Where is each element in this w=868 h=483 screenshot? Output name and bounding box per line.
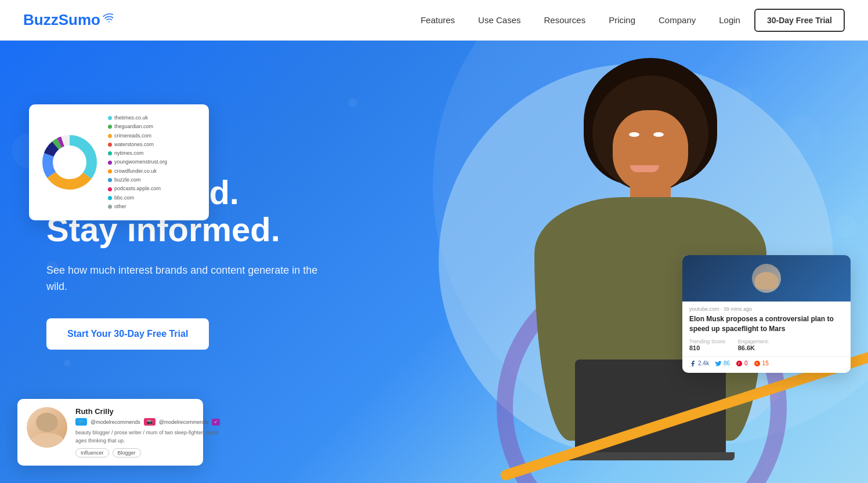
influencer-tags: Influencer Blogger (75, 448, 220, 457)
navbar: BuzzSumo Features Use Cases Resources Pr… (0, 0, 868, 41)
social-facebook: 2.4k (689, 360, 709, 367)
legend-item-0: thetimes.co.uk (108, 114, 167, 122)
card-trending-meta: Trending Score: 810 Engagement: 86.6K (682, 339, 851, 356)
tag-influencer: Influencer (75, 448, 109, 457)
card-influencer: Ruth Crilly 🐦 @modelrecommends 📷 @modelr… (17, 399, 203, 466)
legend-label-8: podcasts.apple.com (114, 184, 161, 193)
bg-dot-10 (348, 99, 357, 107)
legend-item-7: buzzle.com (108, 176, 167, 184)
card-trending-image (682, 255, 851, 302)
social-pinterest: P 0 (736, 360, 748, 367)
logo[interactable]: BuzzSumo (23, 11, 113, 29)
twitter-icon (715, 360, 722, 367)
card-donut: thetimes.co.uk theguardian.com crimeread… (29, 104, 209, 220)
legend-dot-8 (108, 187, 112, 191)
nav-item-features[interactable]: Features (421, 15, 455, 26)
facebook-count: 2.4k (698, 360, 709, 366)
nav-item-use-cases[interactable]: Use Cases (478, 15, 520, 26)
login-link[interactable]: Login (719, 15, 740, 25)
hero-cta-button[interactable]: Start Your 30-Day Free Trial (46, 318, 209, 350)
legend-dot-4 (108, 151, 112, 155)
instagram-handle-text: @modelrecommends (159, 419, 209, 425)
tag-blogger: Blogger (113, 448, 141, 457)
bg-dot-7 (833, 215, 856, 238)
trending-score-label: Trending Score: (689, 339, 726, 344)
legend-dot-9 (108, 196, 112, 200)
nav-item-pricing[interactable]: Pricing (609, 15, 635, 26)
legend-dot-7 (108, 178, 112, 182)
card-trending-title: Elon Musk proposes a controversial plan … (682, 313, 851, 339)
influencer-handles: 🐦 @modelrecommends 📷 @modelrecommends ✓ (75, 418, 220, 426)
legend-label-6: crowdfunder.co.uk (114, 167, 157, 176)
instagram-handle-badge: 📷 (144, 418, 155, 426)
influencer-bio: beauty blogger / prose writer / mum of t… (75, 429, 220, 445)
card-trending-social: 2.4k 86 P 0 R 15 (682, 356, 851, 373)
pinterest-count: 0 (744, 360, 748, 366)
legend-label-2: crimereads.com (114, 132, 151, 140)
legend-label-9: bbc.com (114, 194, 134, 202)
legend-dot-2 (108, 134, 112, 138)
svg-text:R: R (755, 362, 758, 365)
verified-badge: ✓ (212, 419, 220, 426)
legend-dot-0 (108, 116, 112, 120)
card-trending: youtube.com · 39 mins ago Elon Musk prop… (682, 255, 851, 373)
trending-score-value: 810 (689, 344, 726, 351)
engagement-value: 86.6K (738, 344, 769, 351)
legend-label-5: youngwomenstrust.org (114, 158, 167, 166)
influencer-avatar (27, 407, 67, 448)
legend-item-4: nytimes.com (108, 149, 167, 158)
legend-dot-10 (108, 205, 112, 209)
bg-dot-3 (64, 359, 71, 366)
legend-dot-1 (108, 125, 112, 129)
legend-item-10: other (108, 202, 167, 211)
legend-dot-5 (108, 161, 112, 165)
free-trial-button[interactable]: 30-Day Free Trial (754, 9, 845, 32)
legend-item-6: crowdfunder.co.uk (108, 167, 167, 176)
hero-subtext: See how much interest brands and content… (46, 262, 325, 296)
pinterest-icon: P (736, 360, 743, 367)
legend-item-2: crimereads.com (108, 132, 167, 140)
legend-item-5: youngwomenstrust.org (108, 158, 167, 166)
svg-point-7 (53, 146, 86, 179)
svg-text:P: P (738, 362, 740, 365)
engagement-block: Engagement: 86.6K (738, 339, 769, 351)
card-trending-source: youtube.com · 39 mins ago (682, 302, 851, 313)
logo-text: BuzzSumo (23, 11, 100, 29)
social-reddit: R 15 (754, 360, 769, 367)
nav-item-resources[interactable]: Resources (544, 15, 585, 26)
facebook-icon (689, 360, 696, 367)
donut-legend: thetimes.co.uk theguardian.com crimeread… (108, 114, 167, 211)
legend-item-3: waterstones.com (108, 140, 167, 149)
nav-actions: Login 30-Day Free Trial (719, 9, 845, 32)
legend-item-1: theguardian.com (108, 122, 167, 131)
nav-links: Features Use Cases Resources Pricing Com… (421, 15, 696, 26)
trending-score-block: Trending Score: 810 (689, 339, 726, 351)
legend-dot-6 (108, 169, 112, 173)
legend-label-10: other (114, 202, 126, 211)
legend-label-7: buzzle.com (114, 176, 141, 184)
influencer-info: Ruth Crilly 🐦 @modelrecommends 📷 @modelr… (75, 407, 220, 457)
reddit-icon: R (754, 360, 761, 367)
nav-item-company[interactable]: Company (659, 15, 696, 26)
reddit-count: 15 (762, 360, 769, 366)
twitter-handle-text: @modelrecommends (91, 419, 140, 425)
twitter-handle-badge: 🐦 (75, 418, 87, 426)
legend-item-9: bbc.com (108, 194, 167, 202)
donut-chart-svg (41, 133, 99, 191)
legend-item-8: podcasts.apple.com (108, 184, 167, 193)
social-twitter: 86 (715, 360, 730, 367)
legend-label-0: thetimes.co.uk (114, 114, 148, 122)
legend-label-1: theguardian.com (114, 122, 153, 131)
twitter-count: 86 (724, 360, 730, 366)
logo-wifi-icon (103, 13, 113, 23)
influencer-name: Ruth Crilly (75, 407, 220, 416)
legend-label-3: waterstones.com (114, 140, 154, 149)
hero-section: Be inspired. Stay informed. See how much… (0, 41, 868, 483)
engagement-label: Engagement: (738, 339, 769, 344)
legend-label-4: nytimes.com (114, 149, 144, 158)
legend-dot-3 (108, 143, 112, 147)
